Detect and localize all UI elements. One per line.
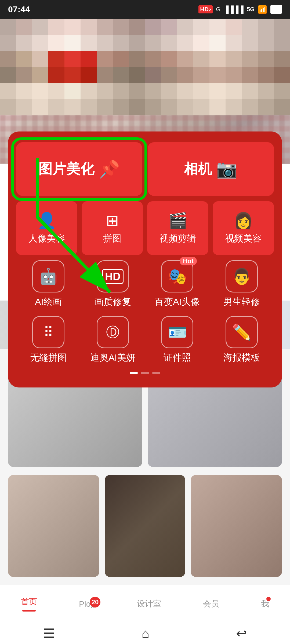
poster-item[interactable]: ✏️ 海报模板 bbox=[215, 316, 269, 364]
ai-paint-label: AI绘画 bbox=[35, 296, 62, 308]
photo-card-5 bbox=[191, 475, 282, 577]
page-dot-3 bbox=[152, 372, 160, 374]
ai-avatar-icon-wrap: Hot 🎭 bbox=[161, 260, 193, 292]
page-dot-1 bbox=[130, 372, 138, 374]
hd-icon: HD₂ bbox=[198, 5, 213, 13]
video-edit-icon: 🎬 bbox=[168, 211, 187, 230]
hot-badge: Hot bbox=[180, 257, 197, 265]
diao-ai-icon-wrap: Ⓓ bbox=[97, 316, 129, 348]
page-dots bbox=[16, 372, 274, 374]
collage-icon: ⊞ bbox=[106, 211, 119, 230]
poster-icon: ✏️ bbox=[232, 323, 251, 341]
video-beauty-button[interactable]: 👩 视频美容 bbox=[213, 201, 274, 255]
nav-plog[interactable]: Plog 20 bbox=[79, 599, 95, 609]
nav-home-label: 首页 bbox=[21, 596, 37, 607]
id-photo-label: 证件照 bbox=[164, 352, 191, 364]
star-pin-icon: 📌 bbox=[99, 159, 120, 179]
nav-design[interactable]: 设计室 bbox=[137, 598, 161, 609]
id-photo-item[interactable]: 🪪 证件照 bbox=[150, 316, 204, 364]
ai-paint-icon-wrap: 🤖 bbox=[32, 260, 64, 292]
ai-avatar-label: 百变AI头像 bbox=[155, 296, 200, 308]
hd-repair-icon-wrap: HD bbox=[97, 260, 129, 292]
video-edit-label: 视频剪辑 bbox=[160, 232, 196, 245]
nav-me[interactable]: 我 bbox=[261, 598, 269, 609]
portrait-icon: 👤 bbox=[37, 211, 56, 230]
beautify-button[interactable]: 图片美化 📌 bbox=[16, 142, 142, 196]
seamless-item[interactable]: ⠿ 无缝拼图 bbox=[21, 316, 75, 364]
camera-icon: 📷 bbox=[216, 159, 238, 179]
ai-paint-icon: 🤖 bbox=[39, 267, 58, 286]
feature-row-2: ⠿ 无缝拼图 Ⓓ 迪奥AI美妍 🪪 证件照 ✏️ 海报模板 bbox=[16, 316, 274, 364]
portrait-beauty-button[interactable]: 👤 人像美容 bbox=[16, 201, 77, 255]
nav-plog-badge: 20 bbox=[90, 597, 100, 608]
camera-button[interactable]: 相机 📷 bbox=[148, 142, 274, 196]
nav-member-label: 会员 bbox=[203, 598, 219, 609]
seamless-icon: ⠿ bbox=[44, 324, 53, 340]
beautify-label: 图片美化 bbox=[38, 160, 94, 178]
id-photo-icon: 🪪 bbox=[168, 323, 187, 341]
signal-g-icon: G bbox=[216, 6, 220, 13]
top-button-row: 图片美化 📌 相机 📷 bbox=[16, 142, 274, 196]
page-dot-2 bbox=[141, 372, 149, 374]
male-edit-icon-wrap: 👨 bbox=[226, 260, 258, 292]
gesture-bar: ☰ ⌂ ↩ bbox=[0, 623, 290, 644]
status-icons: HD₂ G ▐▐▐▐ 5G 📶 85 bbox=[198, 5, 282, 14]
id-photo-icon-wrap: 🪪 bbox=[161, 316, 193, 348]
video-edit-button[interactable]: 🎬 视频剪辑 bbox=[147, 201, 208, 255]
hd-repair-item[interactable]: HD 画质修复 bbox=[86, 260, 140, 308]
bottom-nav: 首页 Plog 20 设计室 会员 我 bbox=[0, 585, 290, 623]
diao-ai-item[interactable]: Ⓓ 迪奥AI美妍 bbox=[86, 316, 140, 364]
hd-repair-label: 画质修复 bbox=[95, 296, 131, 308]
ai-avatar-item[interactable]: Hot 🎭 百变AI头像 bbox=[150, 260, 204, 308]
home-gesture-icon[interactable]: ⌂ bbox=[142, 626, 149, 641]
poster-icon-wrap: ✏️ bbox=[226, 316, 258, 348]
nav-me-dot bbox=[266, 597, 271, 601]
status-bar: 07:44 HD₂ G ▐▐▐▐ 5G 📶 85 bbox=[0, 0, 290, 19]
signal-bars-icon: ▐▐▐▐ bbox=[224, 5, 244, 14]
nav-home[interactable]: 首页 bbox=[21, 596, 37, 612]
nav-home-active-line bbox=[22, 610, 36, 612]
back-gesture-icon[interactable]: ↩ bbox=[236, 626, 247, 641]
portrait-label: 人像美容 bbox=[28, 232, 65, 245]
collage-button[interactable]: ⊞ 拼图 bbox=[82, 201, 143, 255]
photo-card-4 bbox=[105, 475, 185, 577]
diao-ai-icon: Ⓓ bbox=[106, 323, 119, 341]
seamless-icon-wrap: ⠿ bbox=[32, 316, 64, 348]
camera-label: 相机 bbox=[184, 160, 212, 178]
battery-indicator: 85 bbox=[270, 5, 282, 14]
feature-row-1: 🤖 AI绘画 HD 画质修复 Hot 🎭 百变AI头像 👨 男生轻修 bbox=[16, 260, 274, 308]
poster-label: 海报模板 bbox=[223, 352, 260, 364]
nav-member[interactable]: 会员 bbox=[203, 598, 219, 609]
small-button-row: 👤 人像美容 ⊞ 拼图 🎬 视频剪辑 👩 视频美容 bbox=[16, 201, 274, 255]
signal-wifi-icon: 📶 bbox=[258, 5, 267, 14]
male-edit-item[interactable]: 👨 男生轻修 bbox=[215, 260, 269, 308]
seamless-label: 无缝拼图 bbox=[30, 352, 67, 364]
ai-paint-item[interactable]: 🤖 AI绘画 bbox=[21, 260, 75, 308]
video-beauty-icon: 👩 bbox=[234, 211, 253, 230]
male-edit-label: 男生轻修 bbox=[223, 296, 260, 308]
status-time: 07:44 bbox=[8, 5, 30, 14]
diao-ai-label: 迪奥AI美妍 bbox=[90, 352, 135, 364]
hd-repair-icon: HD bbox=[102, 269, 124, 284]
photo-card-3 bbox=[8, 475, 99, 577]
collage-label: 拼图 bbox=[103, 232, 121, 245]
male-edit-icon: 👨 bbox=[232, 267, 251, 286]
nav-design-label: 设计室 bbox=[137, 598, 161, 609]
video-beauty-label: 视频美容 bbox=[225, 232, 262, 245]
5g-icon: 5G bbox=[247, 6, 255, 13]
ai-avatar-icon: 🎭 bbox=[168, 267, 187, 286]
menu-gesture-icon[interactable]: ☰ bbox=[43, 626, 55, 641]
main-panel: 图片美化 📌 相机 📷 👤 人像美容 ⊞ 拼图 🎬 视频剪辑 👩 视频美容 bbox=[8, 131, 282, 387]
